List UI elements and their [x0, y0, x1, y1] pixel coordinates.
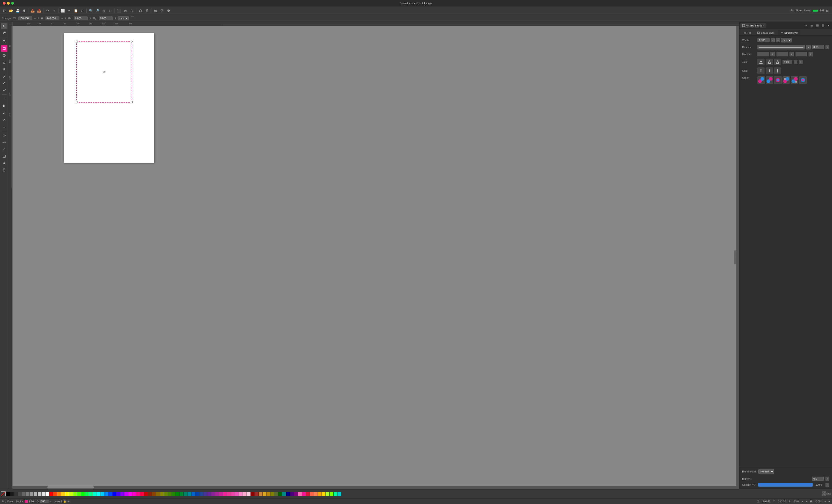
preferences-button[interactable]: ⚙	[165, 8, 172, 14]
h-scrollbar-thumb[interactable]	[47, 486, 94, 488]
palette-color-swatch[interactable]	[81, 492, 85, 496]
cut-button[interactable]: ✂	[66, 8, 72, 14]
panel-extra-btn[interactable]: ⊟	[821, 23, 826, 28]
panel-rows-btn[interactable]: ⚌	[809, 23, 814, 28]
paste-button[interactable]: 📋	[73, 8, 79, 14]
opacity-minus-btn[interactable]: −	[826, 483, 829, 487]
fill-stroke-tab[interactable]: Fill and Stroke ×	[740, 23, 766, 28]
h-minus-btn[interactable]: −	[61, 17, 63, 20]
nodes-button[interactable]: ⬡	[137, 8, 144, 14]
palette-color-swatch[interactable]	[286, 492, 290, 496]
open-button[interactable]: 📂	[8, 8, 14, 14]
marker-end-dropdown[interactable]: ▾	[809, 52, 813, 56]
handle-bottom-left[interactable]	[76, 101, 78, 103]
handle-top-right[interactable]	[131, 41, 133, 43]
palette-color-swatch[interactable]	[231, 492, 235, 496]
width-value-input[interactable]	[757, 38, 770, 42]
panel-columns-btn[interactable]: ≡	[804, 23, 809, 28]
palette-color-swatch[interactable]	[85, 492, 89, 496]
palette-color-swatch[interactable]	[334, 492, 337, 496]
palette-color-swatch[interactable]	[121, 492, 124, 496]
palette-color-swatch[interactable]	[219, 492, 223, 496]
zoom-canvas-btn[interactable]	[1, 160, 7, 166]
page-btn[interactable]	[1, 167, 7, 173]
palette-color-swatch[interactable]	[290, 492, 294, 496]
palette-color-swatch[interactable]	[330, 492, 333, 496]
palette-color-swatch[interactable]	[156, 492, 160, 496]
palette-color-swatch[interactable]	[314, 492, 317, 496]
marker-end-select[interactable]	[796, 52, 807, 56]
palette-color-swatch[interactable]	[266, 492, 270, 496]
dashes-plus-btn[interactable]: +	[826, 45, 829, 49]
opacity-status-input[interactable]	[40, 500, 49, 503]
order-btn-5[interactable]	[791, 76, 798, 84]
r-plus-status[interactable]: +	[829, 500, 830, 503]
export-button[interactable]: 📤	[36, 8, 42, 14]
opacity-bar[interactable]	[758, 483, 813, 486]
canvas-content[interactable]: × ⋮	[12, 26, 739, 489]
selected-rectangle[interactable]: ×	[76, 41, 132, 103]
order-btn-6[interactable]	[799, 76, 807, 84]
join-plus-btn[interactable]: +	[799, 60, 803, 64]
palette-color-swatch[interactable]	[61, 492, 65, 496]
palette-color-swatch[interactable]	[160, 492, 164, 496]
minimize-button[interactable]	[7, 2, 10, 5]
print-button[interactable]: 🖨	[21, 8, 27, 14]
dashes-dropdown-btn[interactable]: ▾	[806, 45, 811, 49]
select-tool-btn[interactable]	[1, 23, 7, 29]
palette-color-swatch[interactable]	[89, 492, 93, 496]
palette-color-swatch[interactable]	[203, 492, 207, 496]
palette-color-swatch[interactable]	[18, 492, 22, 496]
spray-tool-btn[interactable]	[1, 124, 7, 130]
circle-tool-btn[interactable]	[1, 52, 7, 59]
palette-color-swatch[interactable]	[112, 492, 116, 496]
palette-color-swatch[interactable]	[302, 492, 306, 496]
pencil-tool-btn[interactable]	[1, 73, 7, 80]
import-button[interactable]: 📥	[29, 8, 35, 14]
palette-color-swatch[interactable]	[168, 492, 172, 496]
horizontal-scrollbar[interactable]	[12, 486, 736, 489]
palette-color-swatch[interactable]	[132, 492, 136, 496]
palette-color-swatch[interactable]	[322, 492, 326, 496]
palette-menu-btn[interactable]: ≡	[827, 493, 831, 495]
palette-color-swatch[interactable]	[6, 492, 10, 496]
palette-color-swatch[interactable]	[77, 492, 81, 496]
marker-mid-dropdown[interactable]: ▾	[789, 52, 794, 56]
palette-color-swatch[interactable]	[259, 492, 262, 496]
text-tool-btn[interactable]: T	[1, 96, 7, 102]
constrain-icon[interactable]: ⌒	[130, 16, 134, 21]
palette-color-swatch[interactable]	[30, 492, 33, 496]
palette-color-swatch[interactable]	[326, 492, 330, 496]
node-tool-btn[interactable]	[1, 30, 7, 36]
order-btn-2[interactable]	[766, 76, 773, 84]
palette-color-swatch[interactable]	[22, 492, 26, 496]
palette-color-swatch[interactable]	[124, 492, 128, 496]
align-button[interactable]: ⊻	[144, 8, 150, 14]
expand-handle[interactable]: ⋮	[734, 250, 736, 264]
palette-color-swatch[interactable]	[101, 492, 104, 496]
zoom-tool-btn[interactable]	[1, 38, 7, 45]
palette-color-swatch[interactable]	[239, 492, 242, 496]
order-btn-3[interactable]	[774, 76, 782, 84]
palette-color-swatch[interactable]	[180, 492, 183, 496]
palette-color-swatch[interactable]	[318, 492, 321, 496]
marker-start-select[interactable]	[757, 52, 769, 56]
calligraphy-tool-btn[interactable]	[1, 87, 7, 94]
palette-color-swatch[interactable]	[57, 492, 61, 496]
no-color-btn[interactable]	[1, 492, 5, 496]
palette-color-swatch[interactable]	[306, 492, 310, 496]
w-minus-btn[interactable]: −	[34, 17, 36, 20]
palette-scroll-down[interactable]: ▼	[822, 494, 826, 496]
palette-color-swatch[interactable]	[109, 492, 112, 496]
zoom-rect-button[interactable]: □	[107, 8, 113, 14]
cap-butt-btn[interactable]	[757, 68, 764, 74]
panel-close-btn[interactable]: ×	[763, 24, 764, 27]
palette-color-swatch[interactable]	[298, 492, 302, 496]
palette-color-swatch[interactable]	[49, 492, 53, 496]
new-doc-button[interactable]: 🗋	[1, 8, 7, 14]
palette-color-swatch[interactable]	[148, 492, 152, 496]
rx-plus-btn[interactable]: +	[89, 17, 91, 20]
panel-detach-btn[interactable]: ⊡	[815, 23, 820, 28]
palette-color-swatch[interactable]	[310, 492, 314, 496]
xml-editor-button[interactable]: ⊞	[153, 8, 159, 14]
